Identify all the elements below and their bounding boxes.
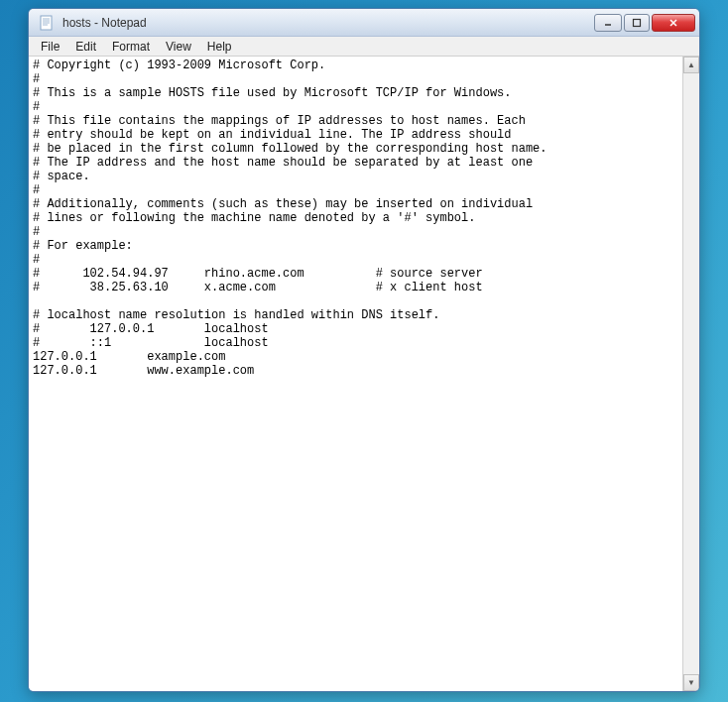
maximize-button[interactable]: [624, 14, 650, 32]
notepad-window: hosts - Notepad File Edit Format View He…: [28, 8, 700, 692]
text-content[interactable]: # Copyright (c) 1993-2009 Microsoft Corp…: [29, 57, 682, 691]
scroll-track[interactable]: [683, 73, 699, 674]
menu-help[interactable]: Help: [199, 38, 240, 56]
titlebar[interactable]: hosts - Notepad: [29, 9, 699, 37]
scroll-down-arrow[interactable]: ▼: [683, 674, 699, 691]
menu-format[interactable]: Format: [104, 38, 158, 56]
minimize-button[interactable]: [594, 14, 622, 32]
notepad-icon: [39, 15, 55, 31]
window-controls: [592, 14, 695, 32]
menu-file[interactable]: File: [33, 38, 67, 56]
window-title: hosts - Notepad: [61, 16, 592, 30]
menu-edit[interactable]: Edit: [67, 38, 104, 56]
close-button[interactable]: [652, 14, 695, 32]
menu-view[interactable]: View: [158, 38, 199, 56]
svg-rect-6: [634, 19, 641, 26]
scroll-up-arrow[interactable]: ▲: [683, 57, 699, 73]
menubar: File Edit Format View Help: [29, 37, 699, 57]
vertical-scrollbar[interactable]: ▲ ▼: [682, 57, 699, 691]
editor-area: # Copyright (c) 1993-2009 Microsoft Corp…: [29, 57, 699, 691]
